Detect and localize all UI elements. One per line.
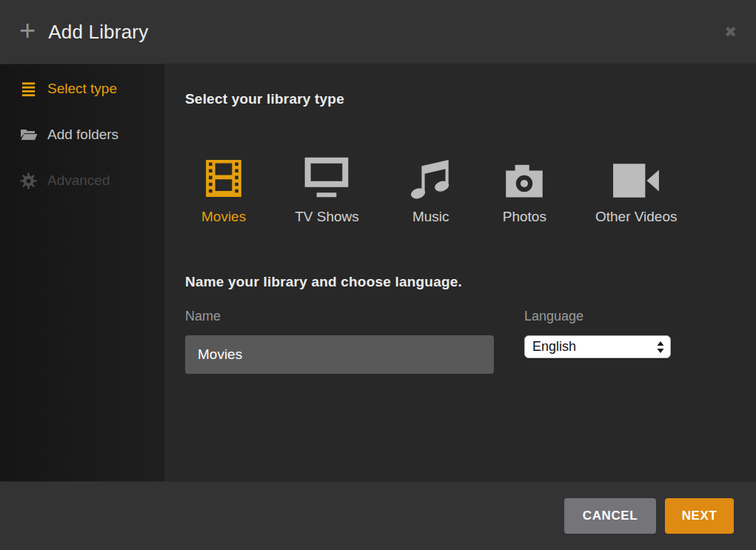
library-type-row: Movies TV Shows <box>201 153 734 225</box>
library-type-tv-shows[interactable]: TV Shows <box>295 153 359 225</box>
library-type-label: Other Videos <box>595 209 678 225</box>
library-name-input[interactable] <box>185 335 494 374</box>
video-camera-icon <box>612 153 660 199</box>
sidebar-item-select-type[interactable]: Select type <box>0 66 164 112</box>
sidebar-item-label: Select type <box>47 81 117 97</box>
gear-icon <box>20 172 38 190</box>
library-type-photos[interactable]: Photos <box>503 153 546 225</box>
dialog-header: + Add Library ✖ <box>0 0 756 64</box>
select-up-down-arrows-icon <box>656 341 665 354</box>
library-type-label: Photos <box>503 209 546 225</box>
dialog-footer: CANCEL NEXT <box>0 481 756 550</box>
sidebar-item-add-folders[interactable]: Add folders <box>0 112 164 158</box>
library-type-label: TV Shows <box>295 209 359 225</box>
select-type-title: Select your library type <box>185 91 734 107</box>
name-language-title: Name your library and choose language. <box>185 274 734 290</box>
name-language-form: Name Language English <box>185 309 734 374</box>
library-type-other-videos[interactable]: Other Videos <box>595 153 678 225</box>
sidebar-item-label: Advanced <box>47 172 110 189</box>
library-type-label: Movies <box>201 209 246 225</box>
sidebar-item-advanced: Advanced <box>0 158 164 204</box>
name-field-label: Name <box>185 309 494 324</box>
language-select[interactable]: English <box>524 335 671 358</box>
main-panel: Select your library type Movies <box>164 64 756 481</box>
library-type-music[interactable]: Music <box>408 153 454 225</box>
cancel-button[interactable]: CANCEL <box>564 498 656 534</box>
plus-icon: + <box>19 16 36 44</box>
wizard-steps-sidebar: Select type Add folders <box>0 64 164 481</box>
add-library-dialog: + Add Library ✖ Select type <box>0 0 756 550</box>
sidebar-item-label: Add folders <box>47 127 118 143</box>
list-lines-icon <box>20 80 38 98</box>
language-selected-value: English <box>532 339 656 355</box>
camera-icon <box>504 153 544 199</box>
music-note-icon <box>408 153 454 199</box>
folder-open-icon <box>20 126 38 144</box>
library-type-movies[interactable]: Movies <box>201 153 246 225</box>
dialog-title: Add Library <box>48 21 148 44</box>
film-strip-icon <box>205 153 242 199</box>
language-field-label: Language <box>524 309 671 324</box>
tv-icon <box>303 153 350 199</box>
library-type-label: Music <box>412 209 449 225</box>
close-icon[interactable]: ✖ <box>724 24 737 39</box>
next-button[interactable]: NEXT <box>665 498 734 534</box>
